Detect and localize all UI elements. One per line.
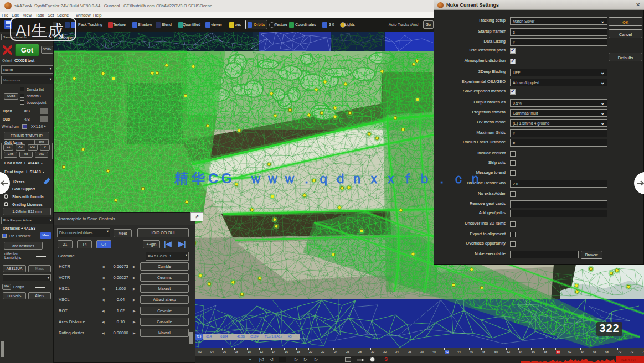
svg-text:NARDS1: NARDS1 xyxy=(621,358,636,362)
